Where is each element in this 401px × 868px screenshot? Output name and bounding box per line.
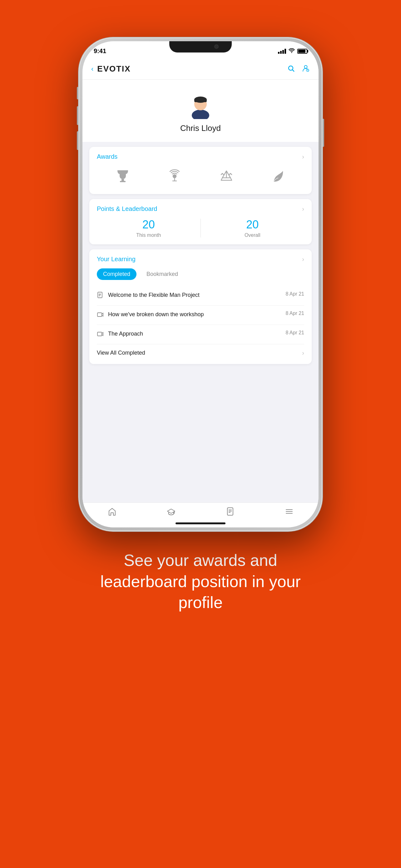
learning-card[interactable]: Your Learning › Completed Bookmarked: [89, 249, 312, 364]
nav-learning-item[interactable]: [167, 507, 175, 518]
home-indicator: [175, 522, 226, 524]
view-all-completed-text: View All Completed: [97, 350, 145, 356]
points-card-header: Points & Leaderboard ›: [97, 205, 304, 213]
learning-item[interactable]: Welcome to the Flexible Man Project 8 Ap…: [97, 286, 304, 306]
learning-item-date-approach: 8 Apr 21: [286, 330, 304, 336]
power-button: [322, 119, 324, 147]
learning-title: Your Learning: [97, 256, 136, 263]
volume-up-button: [77, 106, 79, 125]
volume-down-button: [77, 131, 79, 150]
notch-camera: [214, 44, 219, 49]
battery-icon: [297, 49, 307, 54]
svg-point-4: [192, 110, 209, 119]
phone-screen: 9:41 ‹ E: [82, 41, 319, 527]
learning-chevron-icon: ›: [302, 256, 304, 263]
svg-rect-9: [122, 179, 124, 181]
nav-home-item[interactable]: [108, 507, 116, 518]
completed-tab[interactable]: Completed: [97, 269, 136, 280]
learning-item-video-icon-2: [97, 331, 104, 339]
silent-switch-button: [77, 87, 79, 99]
profile-settings-icon[interactable]: [302, 64, 310, 74]
learning-item[interactable]: How we've broken down the workshop 8 Apr…: [97, 306, 304, 325]
profile-name: Chris Lloyd: [180, 123, 221, 133]
notch: [169, 41, 232, 53]
learning-item-text: Welcome to the Flexible Man Project: [108, 291, 282, 299]
learning-item-text-approach: The Approach: [108, 330, 282, 338]
app-header: ‹ EVOTIX: [82, 58, 319, 80]
recycle-icon: [219, 168, 234, 185]
home-nav-icon: [108, 507, 116, 518]
points-this-month-value: 20: [142, 218, 155, 231]
profile-section: Chris Lloyd: [82, 80, 319, 142]
phone-device: 9:41 ‹ E: [79, 37, 322, 531]
learning-item-text: How we've broken down the workshop: [108, 311, 282, 318]
search-icon[interactable]: [287, 65, 295, 73]
svg-rect-10: [120, 181, 126, 182]
learning-tabs: Completed Bookmarked: [97, 269, 304, 280]
tagline-text: See your awards and leaderboard position…: [60, 531, 341, 613]
points-grid: 20 This month 20 Overall: [97, 218, 304, 238]
document-nav-icon: [226, 507, 235, 518]
app-logo: EVOTIX: [97, 64, 287, 74]
view-all-chevron-icon: ›: [302, 349, 304, 356]
points-card[interactable]: Points & Leaderboard › 20 This month 20 …: [89, 199, 312, 244]
awards-icons-row: [97, 166, 304, 188]
wifi-icon: [289, 48, 295, 54]
leaf-icon: [270, 168, 286, 185]
points-title: Points & Leaderboard: [97, 205, 157, 213]
awards-chevron-icon: ›: [302, 153, 304, 160]
svg-rect-8: [196, 97, 201, 100]
points-overall-label: Overall: [244, 232, 261, 238]
signal-icon: [278, 49, 286, 54]
svg-point-11: [173, 175, 176, 178]
learning-item-video-icon: [97, 311, 104, 320]
learning-card-header: Your Learning ›: [97, 256, 304, 263]
points-overall-value: 20: [246, 218, 259, 231]
status-time: 9:41: [94, 48, 106, 55]
graduation-cap-nav-icon: [167, 507, 175, 518]
nav-menu-item[interactable]: [285, 507, 294, 518]
user-avatar: [187, 91, 214, 119]
svg-point-0: [289, 66, 293, 70]
svg-rect-18: [97, 313, 102, 316]
learning-item-date: 8 Apr 21: [286, 311, 304, 316]
podcast-icon: [167, 168, 182, 185]
menu-nav-icon: [285, 507, 294, 518]
awards-title: Awards: [97, 153, 118, 160]
awards-card[interactable]: Awards ›: [89, 147, 312, 194]
points-chevron-icon: ›: [302, 205, 304, 213]
trophy-icon: [115, 168, 131, 185]
svg-rect-19: [97, 332, 102, 336]
nav-reports-item[interactable]: [226, 507, 235, 518]
points-overall: 20 Overall: [201, 218, 304, 238]
learning-item[interactable]: The Approach 8 Apr 21: [97, 325, 304, 344]
points-this-month-label: This month: [136, 232, 161, 238]
learning-item-date: 8 Apr 21: [286, 291, 304, 297]
awards-card-header: Awards ›: [97, 153, 304, 160]
back-button[interactable]: ‹: [91, 65, 93, 73]
svg-point-2: [304, 65, 307, 68]
status-icons: [278, 48, 307, 54]
view-all-completed-row[interactable]: View All Completed ›: [97, 344, 304, 358]
svg-line-1: [293, 70, 295, 71]
learning-item-document-icon: [97, 292, 104, 300]
app-content[interactable]: Chris Lloyd Awards ›: [82, 80, 319, 502]
bookmarked-tab[interactable]: Bookmarked: [140, 269, 184, 280]
header-action-icons: [287, 64, 310, 74]
points-this-month: 20 This month: [97, 218, 201, 238]
